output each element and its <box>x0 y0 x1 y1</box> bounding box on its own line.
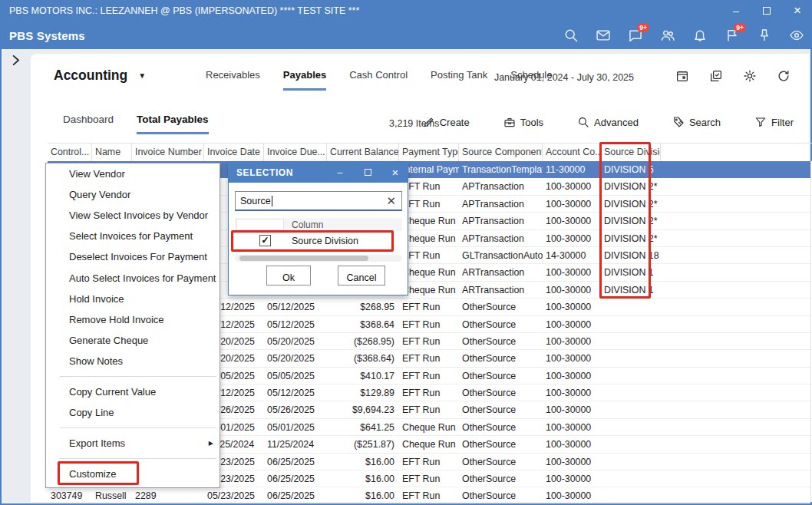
menu-item-select-invoices-for-payment[interactable]: Select Invoices for Payment <box>46 226 220 246</box>
cancel-button[interactable]: Cancel <box>338 266 385 286</box>
cell-source_division <box>601 368 661 384</box>
module-selector[interactable]: Accounting▼ <box>54 68 146 84</box>
advanced-button-label: Advanced <box>594 117 639 128</box>
cell-filler <box>661 247 812 263</box>
cell-invoice_due: 06/25/2025 <box>264 454 327 470</box>
cell-source_component: OtherSource <box>459 436 543 452</box>
dialog-search-input[interactable]: Source ✕ <box>235 191 402 211</box>
tab-total-payables[interactable]: Total Payables <box>137 114 209 134</box>
ok-button[interactable]: Ok <box>266 266 311 286</box>
cell-invoice_due: 05/05/2025 <box>264 368 327 384</box>
filter-button[interactable]: Filter <box>754 116 794 128</box>
gear-icon[interactable] <box>743 69 757 83</box>
column-header-source_component[interactable]: Source Component <box>459 144 543 161</box>
menu-item-auto-select-invoices-for-payment[interactable]: Auto Select Invoices for Payment <box>46 267 220 288</box>
calendar-icon[interactable] <box>675 69 689 83</box>
cell-source_component: APTransaction <box>459 213 543 229</box>
minimize-button[interactable]: – <box>731 5 741 16</box>
advanced-button[interactable]: Advanced <box>577 116 639 128</box>
column-header-account_code[interactable]: Account Co... <box>543 144 601 161</box>
menu-item-export-items[interactable]: Export Items▶ <box>46 433 220 454</box>
dialog-column-row[interactable]: ✓ Source Division <box>235 231 402 252</box>
menu-item-deselect-invoices-for-payment[interactable]: Deselect Invoices For Payment <box>46 246 220 267</box>
dialog-horizontal-scrollbar[interactable] <box>235 255 402 262</box>
cell-invoice_number: 2289 <box>132 487 204 502</box>
cell-filler <box>661 299 812 315</box>
toolbar-buttons: CreateToolsAdvancedSearchFilter <box>423 116 794 128</box>
column-header-name[interactable]: Name <box>92 144 132 161</box>
dialog-maximize-button[interactable] <box>363 168 372 177</box>
column-header-source_division[interactable]: Source Division↓ <box>601 144 661 161</box>
menu-item-view-vendor[interactable]: View Vendor <box>46 163 220 184</box>
cell-account_code: 100-30000 <box>543 282 601 298</box>
tab-dashboard[interactable]: Dashboard <box>63 114 114 134</box>
sidebar-expand-button[interactable] <box>9 54 22 67</box>
tab-posting-tank[interactable]: Posting Tank <box>431 69 487 91</box>
column-header-payment_type[interactable]: Payment Type <box>399 144 459 161</box>
tasks-icon[interactable] <box>709 69 723 83</box>
cell-source_component: ARTransaction <box>459 264 543 280</box>
date-range[interactable]: January 01, 2024 - July 30, 2025 <box>494 72 634 83</box>
table-header-row: Control...NameInvoice NumberInvoice Date… <box>48 143 812 161</box>
column-header-invoice_number[interactable]: Invoice Number <box>132 144 204 161</box>
close-button[interactable]: × <box>792 5 803 16</box>
tab-receivables[interactable]: Receivables <box>206 69 260 91</box>
create-button[interactable]: Create <box>423 116 470 128</box>
chat-icon[interactable]: 9+ <box>628 28 643 43</box>
menu-item-copy-current-value[interactable]: Copy Current Value <box>46 381 220 402</box>
column-header-current_balance[interactable]: Current Balance <box>327 144 399 161</box>
menu-item-show-notes[interactable]: Show Notes <box>46 351 220 371</box>
menu-item-remove-hold-invoice[interactable]: Remove Hold Invoice <box>46 309 220 330</box>
cell-account_code: 100-30000 <box>543 454 601 470</box>
dialog-scrollbar-thumb[interactable] <box>239 256 368 261</box>
cell-source_division: DIVISION 2* <box>601 178 661 194</box>
cell-invoice_due: 05/20/2025 <box>264 350 327 366</box>
maximize-button[interactable] <box>761 5 772 16</box>
tab-payables[interactable]: Payables <box>283 69 326 91</box>
cell-account_code: 100-30000 <box>543 333 601 349</box>
search-button[interactable]: Search <box>672 116 721 128</box>
dialog-close-button[interactable]: × <box>391 168 400 177</box>
cell-source_division <box>601 470 661 487</box>
column-header-label: Payment Type <box>402 147 459 157</box>
dialog-titlebar[interactable]: SELECTION – × <box>229 163 408 183</box>
pin-icon[interactable] <box>757 28 772 43</box>
refresh-icon[interactable] <box>777 69 791 83</box>
search-icon[interactable] <box>563 28 579 43</box>
column-header-invoice_due[interactable]: Invoice Due... <box>264 144 327 161</box>
cell-source_component: OtherSource <box>459 299 543 315</box>
cell-filler <box>661 264 812 280</box>
users-icon[interactable] <box>660 28 675 43</box>
cell-current_balance: $16.00 <box>327 470 399 487</box>
cell-payment_type: EFT Run <box>399 487 459 502</box>
clear-search-icon[interactable]: ✕ <box>386 195 396 206</box>
column-header-control[interactable]: Control... <box>48 144 92 161</box>
column-checkbox[interactable]: ✓ <box>259 235 271 246</box>
cell-filler <box>661 350 812 366</box>
flag-icon[interactable]: 9+ <box>725 28 740 43</box>
cell-filler <box>661 161 812 177</box>
menu-item-query-vendor[interactable]: Query Vendor <box>46 184 220 205</box>
eye-icon[interactable] <box>789 28 804 43</box>
cell-payment_type: EFT Run <box>399 385 459 401</box>
tab-cash-control[interactable]: Cash Control <box>349 69 408 91</box>
content-area: Accounting▼ ReceivablesPayablesCash Cont… <box>3 49 809 502</box>
dialog-minimize-button[interactable]: – <box>335 168 345 177</box>
tools-button[interactable]: Tools <box>503 116 543 128</box>
menu-item-customize[interactable]: Customize <box>46 464 220 484</box>
cell-account_code: 14-30000 <box>543 247 601 263</box>
bell-icon[interactable] <box>692 28 708 43</box>
menu-item-hold-invoice[interactable]: Hold Invoice <box>46 289 220 309</box>
cell-current_balance: $9,694.23 <box>327 401 399 418</box>
menu-item-generate-cheque[interactable]: Generate Cheque <box>46 330 220 351</box>
menu-item-view-select-invoices-by-vendor[interactable]: View Select Invoices by Vendor <box>46 205 220 226</box>
column-header-invoice_date[interactable]: Invoice Date <box>204 144 264 161</box>
menu-item-copy-line[interactable]: Copy Line <box>46 402 220 423</box>
column-header-label: Account Co... <box>546 147 601 157</box>
cell-source_division <box>601 401 661 418</box>
table-row[interactable]: 303749Russell228905/23/202506/25/2025$16… <box>48 487 812 502</box>
text-cursor <box>272 196 272 206</box>
cell-account_code: 100-30000 <box>543 299 601 315</box>
mail-icon[interactable] <box>596 28 611 43</box>
menu-item-label: Deselect Invoices For Payment <box>69 251 207 262</box>
